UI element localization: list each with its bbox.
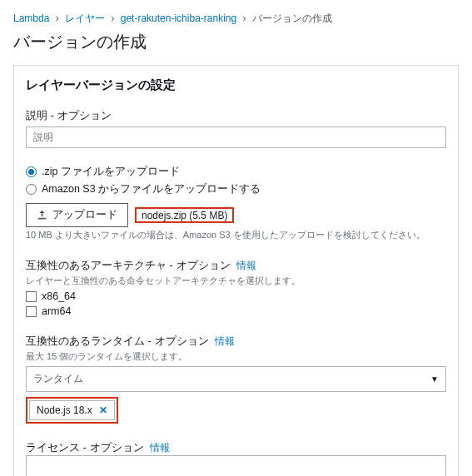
chevron-right-icon: › [111, 12, 114, 24]
checkbox-icon [26, 306, 37, 317]
page-title: バージョンの作成 [13, 31, 459, 53]
arch-subtext: レイヤーと互換性のある命令セットアーキテクチャを選択します。 [26, 275, 446, 287]
close-icon[interactable]: ✕ [99, 404, 107, 416]
runtime-select[interactable]: ランタイム ▼ [26, 366, 446, 392]
runtime-select-placeholder: ランタイム [33, 372, 83, 386]
checkbox-x86[interactable]: x86_64 [26, 290, 446, 302]
runtime-label: 互換性のあるランタイム - オプション [26, 335, 209, 347]
chevron-down-icon: ▼ [430, 374, 439, 384]
radio-upload-zip[interactable]: .zip ファイルをアップロード [26, 165, 446, 179]
radio-icon [26, 166, 37, 177]
license-textarea[interactable] [26, 455, 446, 476]
breadcrumb-layers[interactable]: レイヤー [65, 12, 105, 24]
runtime-chip-label: Node.js 18.x [37, 404, 92, 416]
description-input[interactable] [26, 126, 446, 148]
breadcrumb-lambda[interactable]: Lambda [13, 12, 49, 24]
arch-info-link[interactable]: 情報 [236, 260, 256, 271]
upload-button-label: アップロード [52, 208, 117, 222]
uploaded-file-name: nodejs.zip (5.5 MB) [137, 206, 232, 225]
checkbox-icon [26, 291, 37, 302]
breadcrumb-current: バージョンの作成 [252, 12, 332, 24]
checkbox-arm64-label: arm64 [42, 305, 71, 317]
license-info-link[interactable]: 情報 [150, 442, 170, 454]
chevron-right-icon: › [243, 12, 246, 24]
radio-upload-s3-label: Amazon S3 からファイルをアップロードする [42, 182, 261, 196]
upload-icon [37, 210, 47, 221]
checkbox-x86-label: x86_64 [42, 290, 76, 302]
panel-title: レイヤーバージョンの設定 [26, 77, 446, 93]
radio-icon [26, 184, 37, 195]
upload-button[interactable]: アップロード [26, 203, 128, 227]
breadcrumb-layer-name[interactable]: get-rakuten-ichiba-ranking [121, 12, 236, 24]
breadcrumb: Lambda › レイヤー › get-rakuten-ichiba-ranki… [13, 12, 459, 26]
chevron-right-icon: › [56, 12, 59, 24]
checkbox-arm64[interactable]: arm64 [26, 305, 446, 317]
description-label: 説明 - オプション [26, 108, 446, 123]
runtime-info-link[interactable]: 情報 [215, 335, 235, 347]
radio-upload-zip-label: .zip ファイルをアップロード [42, 165, 180, 179]
radio-upload-s3[interactable]: Amazon S3 からファイルをアップロードする [26, 182, 446, 196]
license-label: ライセンス - オプション [26, 441, 144, 454]
upload-hint: 10 MB より大きいファイルの場合は、Amazon S3 を使用したアップロー… [26, 229, 446, 241]
runtime-chip: Node.js 18.x ✕ [29, 400, 115, 420]
settings-panel: レイヤーバージョンの設定 説明 - オプション .zip ファイルをアップロード… [13, 65, 459, 476]
runtime-subtext: 最大 15 個のランタイムを選択します。 [26, 350, 446, 363]
arch-label: 互換性のあるアーキテクチャ - オプション [26, 259, 231, 271]
